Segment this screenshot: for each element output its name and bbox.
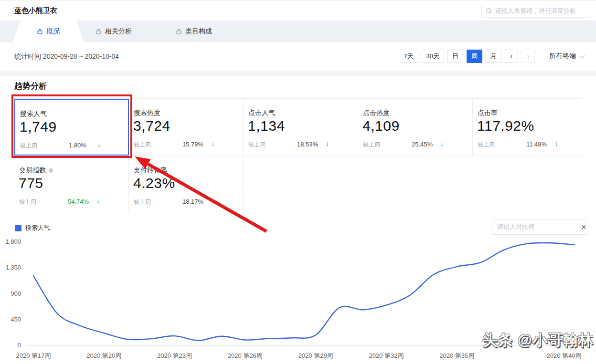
card-label: 点击热度 (363, 109, 390, 117)
section-title: 趋势分析 (14, 81, 47, 92)
card-label: 搜索热度 (134, 109, 160, 117)
terminal-select[interactable]: 所有终端 (549, 52, 584, 61)
card-footer: 较上周 18.53% ↓ (248, 141, 349, 149)
trend-line-chart[interactable]: 1,8001,35090045002020 第17周2020 第20周2020 … (0, 238, 596, 363)
card-value: 4,109 (362, 118, 400, 134)
card-footer: 较上周 25.45% ↓ (363, 141, 463, 149)
card-footer: 较上周 54.74% ↓ (19, 198, 119, 206)
card-value: 1,749 (20, 119, 57, 135)
next-period-button[interactable]: › (522, 50, 535, 63)
change-value: 18.53% (297, 141, 318, 148)
card-label-text: 交易指数 (19, 166, 46, 175)
close-icon[interactable]: × (581, 223, 586, 231)
down-arrow-icon: ↓ (440, 140, 444, 147)
y-axis-tick-label: 450 (0, 316, 21, 323)
divider-band (0, 70, 596, 76)
page-title: 蓝色小熊卫衣 (14, 0, 57, 21)
card-footer: 较上周 1.80% ↓ (20, 142, 120, 150)
card-click-popularity[interactable]: 点击人气 1,134 较上周 18.53% ↓ (244, 99, 358, 156)
down-arrow-icon: ↓ (326, 140, 329, 147)
compare-period-label: 较上周 (134, 141, 151, 148)
x-axis-tick-label: 2020 第17周 (16, 352, 51, 360)
terminal-label: 所有终端 (549, 52, 576, 61)
change-value: 54.74% (68, 198, 89, 205)
x-axis-tick-label: 2020 第26周 (228, 352, 263, 360)
tab-label: 相关分析 (105, 27, 132, 36)
tab-label: 类目构成 (185, 27, 212, 36)
card-footer: 较上周 11.48% ↓ (478, 141, 578, 149)
card-value: 4.23% (133, 175, 175, 191)
tab-category-composition[interactable]: 类目构成 (176, 21, 212, 42)
x-axis-tick-label: 2020 第32周 (369, 352, 404, 360)
y-axis-tick-label: 0 (0, 342, 21, 349)
card-footer: 较上周 15.78% ↓ (134, 141, 234, 149)
gridline (26, 268, 582, 268)
app-root: 蓝色小熊卫衣 概况 相关分析 类目构成 (0, 0, 596, 364)
change-value: 25.45% (412, 141, 433, 148)
change-value: 18.17% (182, 198, 203, 205)
header: 蓝色小熊卫衣 (0, 0, 596, 21)
metric-row-2: 交易指数 775 较上周 54.74% ↓ 支付转化率 4.23% 较上周 18… (14, 156, 582, 212)
granularity-month-button[interactable]: 月 (486, 50, 501, 63)
compare-period-label: 较上周 (19, 198, 36, 205)
legend-swatch-icon (15, 225, 21, 231)
change-value: 11.48% (526, 141, 547, 148)
tab-related-analysis[interactable]: 相关分析 (96, 21, 132, 42)
search-box[interactable] (481, 4, 591, 18)
card-payment-conversion[interactable]: 支付转化率 4.23% 较上周 18.17% ↓ (129, 156, 244, 212)
card-label: 搜索人气 (20, 110, 47, 118)
down-arrow-icon: ↓ (211, 140, 214, 147)
card-value: 3,724 (133, 118, 170, 134)
compare-period-label: 较上周 (248, 141, 266, 148)
card-value: 117.92% (477, 118, 534, 134)
range-7d-button[interactable]: 7天 (399, 50, 418, 63)
card-label: 交易指数 (19, 166, 53, 175)
compare-period-label: 较上周 (363, 141, 380, 148)
granularity-week-button[interactable]: 周 (467, 50, 482, 63)
toolbar: 统计时间 2020-09-28 ~ 2020-10-04 7天 30天 日 周 … (0, 42, 596, 70)
compare-period-label: 较上周 (20, 142, 37, 149)
down-arrow-icon: ↓ (211, 197, 214, 205)
search-input[interactable] (495, 7, 587, 14)
card-label: 点击人气 (248, 109, 275, 117)
stat-time-label: 统计时间 2020-09-28 ~ 2020-10-04 (14, 42, 119, 70)
compare-period-label: 较上周 (134, 198, 151, 205)
compare-word-input[interactable] (497, 223, 581, 230)
legend-label: 搜索人气 (25, 224, 50, 232)
x-axis-tick-label: 2020 第40周 (547, 352, 582, 360)
y-axis-tick-label: 1,350 (0, 264, 21, 271)
x-axis-tick-label: 2020 第29周 (298, 352, 333, 360)
card-value: 1,134 (248, 118, 285, 134)
gridline (26, 242, 582, 242)
card-search-heat[interactable]: 搜索热度 3,724 较上周 15.78% ↓ (129, 99, 244, 156)
chevron-down-icon (580, 53, 585, 58)
metric-cards-grid: 搜索人气 1,749 较上周 1.80% ↓ 搜索热度 3,724 较上周 15… (14, 98, 582, 212)
tab-overview[interactable]: 概况 (12, 21, 84, 42)
compare-word-box[interactable]: × (492, 219, 587, 235)
card-click-rate[interactable]: 点击率 117.92% 较上周 11.48% ↓ (473, 99, 582, 156)
card-click-heat[interactable]: 点击热度 4,109 较上周 25.45% ↓ (358, 99, 473, 156)
gridline (26, 345, 582, 346)
prev-period-button[interactable]: ‹ (505, 50, 518, 63)
x-axis-tick-label: 2020 第35周 (439, 352, 474, 360)
bag-icon (96, 29, 102, 35)
card-label: 支付转化率 (134, 166, 167, 175)
card-value: 775 (19, 175, 43, 191)
bag-icon (176, 29, 182, 35)
date-controls: 7天 30天 日 周 月 ‹ › 所有终端 (395, 50, 584, 63)
range-30d-button[interactable]: 30天 (422, 50, 444, 63)
change-value: 1.80% (69, 142, 86, 149)
gridline (26, 294, 582, 294)
x-axis-tick-label: 2020 第23周 (157, 352, 192, 360)
y-axis-tick-label: 900 (0, 290, 21, 297)
chart-legend[interactable]: 搜索人气 (15, 224, 50, 232)
card-transaction-index[interactable]: 交易指数 775 较上周 54.74% ↓ (14, 156, 129, 212)
y-axis-tick-label: 1,800 (0, 238, 21, 245)
card-footer: 较上周 18.17% ↓ (134, 198, 234, 206)
x-axis-tick-label: 2020 第20周 (86, 352, 121, 360)
gridline (26, 320, 582, 320)
metric-row-1: 搜索人气 1,749 较上周 1.80% ↓ 搜索热度 3,724 较上周 15… (14, 98, 582, 156)
change-value: 15.78% (182, 141, 203, 148)
card-search-popularity[interactable]: 搜索人气 1,749 较上周 1.80% ↓ (14, 99, 129, 156)
granularity-day-button[interactable]: 日 (447, 50, 463, 63)
